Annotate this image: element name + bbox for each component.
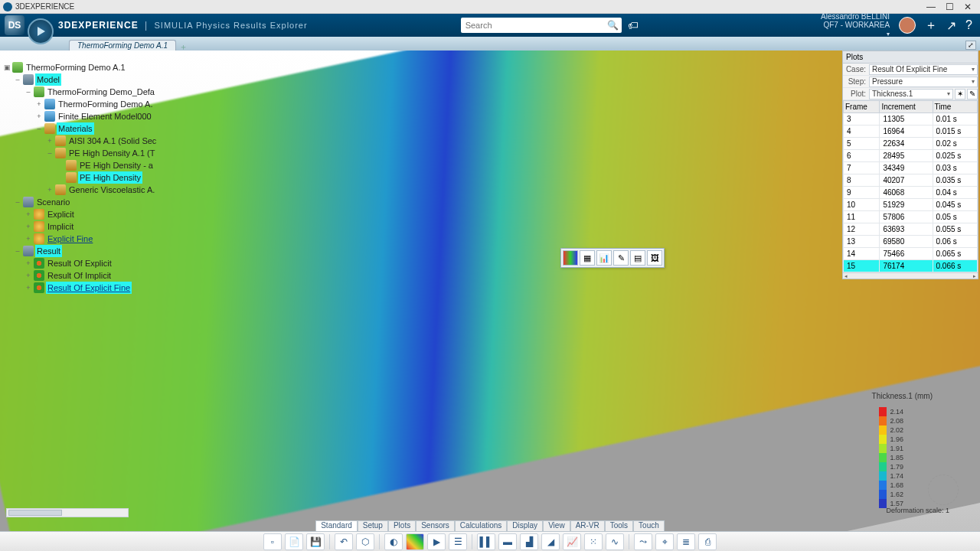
tree-toggle[interactable]: + (24, 220, 32, 233)
tree-toggle[interactable]: – (14, 196, 21, 208)
tree-toggle[interactable] (57, 159, 64, 171)
tree-toggle[interactable]: ▣ (3, 61, 11, 73)
frames-table[interactable]: Frame Increment Time 3113050.01 s4169640… (843, 100, 978, 272)
table-row[interactable]: 14754660.065 s (844, 248, 978, 260)
probe-icon[interactable]: ⌖ (655, 533, 674, 550)
xy-chart-icon[interactable]: ∿ (606, 533, 624, 550)
ctx-image-icon[interactable]: 🖼 (647, 250, 662, 266)
compass-play-button[interactable] (28, 18, 54, 44)
action-tab-view[interactable]: View (543, 520, 570, 531)
ctx-color-icon[interactable] (563, 250, 578, 266)
col-time[interactable]: Time (933, 101, 977, 113)
view-compass[interactable] (928, 474, 959, 505)
ctx-grid-icon[interactable]: ▦ (580, 250, 595, 266)
tree-item[interactable]: ThermoForming Demo A. (57, 98, 154, 110)
table-row[interactable]: 5226340.02 s (844, 138, 978, 150)
user-info[interactable]: Alessandro BELLINI QF7 - WORKAREA ▾ (821, 12, 890, 38)
action-tab-ar-vr[interactable]: AR-VR (570, 520, 605, 531)
table-row[interactable]: 3113050.01 s (844, 113, 978, 126)
table-row[interactable]: 10519290.045 s (844, 199, 978, 211)
tree-item[interactable]: ThermoForming Demo_Defa (46, 86, 156, 98)
area-chart-icon[interactable]: ◢ (541, 533, 560, 550)
action-tab-display[interactable]: Display (507, 520, 543, 531)
capture-icon[interactable]: ⎙ (698, 533, 717, 550)
open-icon[interactable]: 📄 (285, 533, 303, 550)
bar-chart-icon[interactable]: ▌▌ (477, 533, 495, 550)
tree-item[interactable]: Finite Element Model000 (57, 110, 153, 122)
path-plot-icon[interactable]: ⤳ (634, 533, 652, 550)
tree-item[interactable]: Implicit (46, 220, 75, 233)
tree-toggle[interactable]: – (14, 245, 21, 257)
tree-toggle[interactable]: + (24, 269, 32, 282)
search-icon[interactable]: 🔍 (607, 20, 619, 31)
spec-tree[interactable]: ▣ThermoForming Demo A.1 –Model –ThermoFo… (3, 61, 158, 294)
document-tab[interactable]: ThermoForming Demo A.1 ＋ (69, 40, 176, 51)
plot-dropdown[interactable]: Thickness.1▾ (869, 89, 953, 99)
hbar-chart-icon[interactable]: ▬ (498, 533, 517, 550)
close-button[interactable]: ✕ (959, 2, 977, 12)
tree-scrollbar[interactable] (6, 508, 129, 517)
maximize-button[interactable]: ☐ (940, 2, 959, 12)
tree-toggle[interactable]: + (24, 233, 32, 245)
tree-toggle[interactable]: + (35, 98, 43, 110)
tree-root[interactable]: ThermoForming Demo A.1 (24, 61, 127, 73)
action-tab-setup[interactable]: Setup (358, 520, 388, 531)
action-tab-calculations[interactable]: Calculations (455, 520, 507, 531)
search-box[interactable]: 🔍 (461, 18, 622, 33)
tree-toggle[interactable]: – (35, 122, 43, 135)
tree-item[interactable]: PE High Density - a (78, 159, 155, 171)
scrollbar-thumb[interactable] (8, 510, 62, 516)
tree-item[interactable]: Explicit (46, 208, 76, 220)
table-row[interactable]: 11578060.05 s (844, 211, 978, 223)
tree-item[interactable]: Result Of Implicit (46, 269, 113, 282)
animate-icon[interactable]: ▶ (427, 533, 446, 550)
table-row[interactable]: 6284950.025 s (844, 150, 978, 162)
tree-toggle[interactable]: – (46, 147, 54, 159)
rainbow-icon[interactable] (406, 533, 424, 550)
col-increment[interactable]: Increment (880, 101, 933, 113)
line-chart-icon[interactable]: 📈 (563, 533, 581, 550)
case-dropdown[interactable]: Result Of Explicit Fine▾ (869, 64, 978, 75)
tree-item[interactable]: Generic Viscoelastic A. (67, 184, 156, 196)
col-frame[interactable]: Frame (844, 101, 880, 113)
help-icon[interactable]: ? (965, 18, 972, 32)
tree-scenario[interactable]: Scenario (35, 196, 71, 208)
table-row[interactable]: 12636930.055 s (844, 223, 978, 236)
step-dropdown[interactable]: Pressure▾ (869, 77, 978, 87)
tree-toggle[interactable]: + (46, 184, 54, 196)
scatter-chart-icon[interactable]: ⁙ (584, 533, 603, 550)
tree-item[interactable]: Explicit Fine (46, 233, 94, 245)
table-row[interactable]: 13695800.06 s (844, 236, 978, 248)
ctx-table-icon[interactable]: ▤ (630, 250, 645, 266)
tree-toggle[interactable]: – (24, 86, 32, 98)
tree-item[interactable]: Result Of Explicit Fine (46, 282, 132, 294)
plot-edit-icon[interactable]: ✎ (967, 89, 978, 99)
avatar[interactable] (899, 17, 916, 34)
layers-icon[interactable]: ≣ (677, 533, 695, 550)
tree-item[interactable]: Result Of Explicit (46, 257, 113, 269)
add-icon[interactable]: ＋ (925, 18, 937, 34)
table-row[interactable]: 15761740.066 s (844, 260, 978, 272)
action-tab-standard[interactable]: Standard (315, 520, 358, 531)
tree-toggle[interactable]: + (24, 282, 32, 294)
tree-toggle[interactable]: + (24, 208, 32, 220)
tag-icon[interactable]: 🏷 (628, 19, 639, 31)
action-tab-plots[interactable]: Plots (388, 520, 416, 531)
ctx-legend-icon[interactable]: 📊 (596, 250, 612, 266)
tree-item[interactable]: PE High Density (78, 171, 142, 184)
tree-materials[interactable]: Materials (57, 122, 94, 135)
action-tab-touch[interactable]: Touch (633, 520, 665, 531)
contour-icon[interactable]: ◐ (384, 533, 403, 550)
tree-toggle[interactable]: + (46, 135, 54, 147)
search-input[interactable] (464, 19, 607, 31)
action-tab-sensors[interactable]: Sensors (416, 520, 455, 531)
tree-model[interactable]: Model (35, 73, 61, 86)
tree-item[interactable]: AISI 304 A.1 (Solid Sec (67, 135, 158, 147)
save-icon[interactable]: 💾 (306, 533, 325, 550)
minimize-button[interactable]: — (922, 2, 940, 12)
tree-item[interactable]: PE High Density A.1 (T (67, 147, 157, 159)
table-row[interactable]: 4169640.015 s (844, 126, 978, 138)
table-row[interactable]: 9460680.04 s (844, 187, 978, 199)
ctx-edit-icon[interactable]: ✎ (613, 250, 629, 266)
expand-panel-button[interactable]: ⤢ (965, 41, 976, 50)
